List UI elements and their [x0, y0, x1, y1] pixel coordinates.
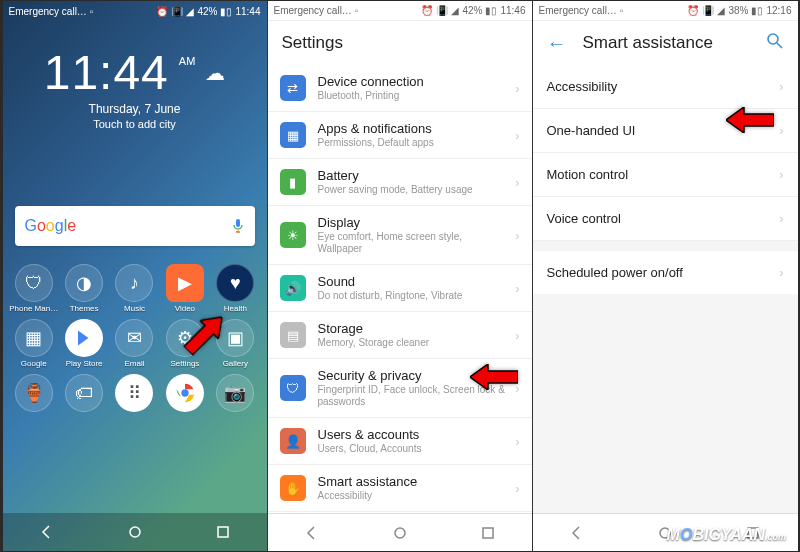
app-email[interactable]: ✉Email	[109, 319, 159, 368]
page-title: Settings	[282, 33, 343, 53]
chevron-right-icon: ›	[515, 281, 519, 296]
weather-icon: ☁	[205, 61, 225, 85]
item-voice-control[interactable]: Voice control›	[533, 197, 798, 241]
mic-icon[interactable]	[231, 216, 245, 236]
item-storage[interactable]: ▤StorageMemory, Storage cleaner›	[268, 312, 532, 359]
item-display[interactable]: ☀DisplayEye comfort, Home screen style, …	[268, 206, 532, 265]
settings-screen: Emergency call…▫ ⏰📳◢42%▮▯11:46 Settings …	[268, 1, 533, 551]
settings-list[interactable]: ⇄Device connectionBluetooth, Printing› ▦…	[268, 65, 532, 513]
svg-point-5	[130, 527, 140, 537]
dock-app-chrome[interactable]: .	[160, 374, 210, 423]
svg-line-10	[777, 43, 782, 48]
chevron-right-icon: ›	[515, 328, 519, 343]
item-sound[interactable]: 🔊SoundDo not disturb, Ringtone, Vibrate›	[268, 265, 532, 312]
device-connection-icon: ⇄	[280, 75, 306, 101]
app-music[interactable]: ♪Music	[109, 264, 159, 313]
tutorial-arrow-icon	[726, 107, 774, 133]
chevron-right-icon: ›	[779, 211, 783, 226]
nav-home[interactable]	[370, 518, 430, 548]
page-title: Smart assistance	[583, 33, 713, 53]
clock-widget[interactable]: 11:44 AM ☁ Thursday, 7 June Touch to add…	[3, 21, 267, 138]
svg-point-7	[395, 528, 405, 538]
item-device-connection[interactable]: ⇄Device connectionBluetooth, Printing›	[268, 65, 532, 112]
signal-icon: ◢	[186, 6, 194, 17]
chevron-right-icon: ›	[515, 228, 519, 243]
status-bar: Emergency call…▫ ⏰📳◢42%▮▯11:46	[268, 1, 532, 21]
app-google-folder[interactable]: ▦Google	[9, 319, 59, 368]
status-bar: Emergency call…▫ ⏰📳◢38%▮▯12:16	[533, 1, 798, 21]
app-phone-manager[interactable]: 🛡Phone Man…	[9, 264, 59, 313]
item-motion-control[interactable]: Motion control›	[533, 153, 798, 197]
watermark: MOBIGYAAN.com	[667, 526, 786, 544]
battery-text: 38%	[728, 5, 748, 16]
clock-text: 11:46	[500, 5, 525, 16]
svg-point-9	[768, 34, 778, 44]
battery-text: 42%	[462, 5, 482, 16]
chevron-right-icon: ›	[779, 265, 783, 280]
app-health[interactable]: ♥Health	[210, 264, 260, 313]
carrier-text: Emergency call…	[9, 6, 87, 17]
clock-time: 11:44	[44, 45, 169, 100]
chevron-right-icon: ›	[515, 81, 519, 96]
item-smart-assistance[interactable]: ✋Smart assistanceAccessibility›	[268, 465, 532, 512]
battery-text: 42%	[197, 6, 217, 17]
item-apps-notifications[interactable]: ▦Apps & notificationsPermissions, Defaul…	[268, 112, 532, 159]
chevron-right-icon: ›	[515, 175, 519, 190]
app-video[interactable]: ▶Video	[160, 264, 210, 313]
mail-icon: ✉	[115, 319, 153, 357]
nav-recent[interactable]	[458, 518, 518, 548]
nav-back[interactable]	[282, 518, 342, 548]
clock-text: 11:44	[235, 6, 260, 17]
music-icon: ♪	[115, 264, 153, 302]
status-bar: Emergency call… ▫ ⏰ 📳 ◢ 42% ▮▯ 11:44	[3, 1, 267, 21]
signal-icon: ◢	[451, 5, 459, 16]
back-icon[interactable]: ←	[547, 32, 567, 55]
video-icon: ▶	[166, 264, 204, 302]
themes-icon: ◑	[65, 264, 103, 302]
battery-icon: ▮▯	[751, 5, 763, 16]
add-city-prompt[interactable]: Touch to add city	[3, 118, 267, 130]
heart-icon: ♥	[216, 264, 254, 302]
svg-rect-0	[236, 219, 240, 227]
smart-header: ← Smart assistance	[533, 21, 798, 65]
folder-icon: ▦	[15, 319, 53, 357]
google-search-bar[interactable]: Google	[15, 206, 255, 246]
item-scheduled-power[interactable]: Scheduled power on/off›	[533, 251, 798, 294]
clock-date: Thursday, 7 June	[3, 102, 267, 116]
nav-home[interactable]	[105, 517, 165, 547]
display-icon: ☀	[280, 222, 306, 248]
app-grid: 🛡Phone Man… ◑Themes ♪Music ▶Video ♥Healt…	[3, 262, 267, 423]
item-users-accounts[interactable]: 👤Users & accountsUsers, Cloud, Accounts›	[268, 418, 532, 465]
carrier-text: Emergency call…	[274, 5, 352, 16]
shield-icon: 🛡	[15, 264, 53, 302]
svg-point-4	[181, 389, 188, 396]
google-logo: Google	[25, 217, 77, 235]
shield-icon: 🛡	[280, 375, 306, 401]
dock-app-2[interactable]: 🏷.	[59, 374, 109, 423]
nav-back[interactable]	[17, 517, 77, 547]
clock-ampm: AM	[179, 55, 196, 67]
group-divider	[533, 241, 798, 251]
app-play-store[interactable]: Play Store	[59, 319, 109, 368]
carrier-text: Emergency call…	[539, 5, 617, 16]
nav-recent[interactable]	[193, 517, 253, 547]
apps-icon: ▦	[280, 122, 306, 148]
dock-app-drawer[interactable]: ⠿.	[109, 374, 159, 423]
dock-app-camera[interactable]: 📷.	[210, 374, 260, 423]
camera-icon: 📷	[216, 374, 254, 412]
nav-back[interactable]	[547, 518, 607, 548]
search-icon[interactable]	[766, 32, 784, 55]
chevron-right-icon: ›	[779, 79, 783, 94]
svg-rect-6	[218, 527, 228, 537]
item-battery[interactable]: ▮BatteryPower saving mode, Battery usage…	[268, 159, 532, 206]
app-themes[interactable]: ◑Themes	[59, 264, 109, 313]
dock-app-1[interactable]: 🏺.	[9, 374, 59, 423]
item-accessibility[interactable]: Accessibility›	[533, 65, 798, 109]
tutorial-arrow-icon	[470, 364, 518, 390]
drawer-icon: ⠿	[115, 374, 153, 412]
sim-icon: ▫	[90, 6, 94, 17]
sound-icon: 🔊	[280, 275, 306, 301]
chevron-right-icon: ›	[515, 128, 519, 143]
signal-icon: ◢	[717, 5, 725, 16]
settings-header: Settings	[268, 21, 532, 65]
